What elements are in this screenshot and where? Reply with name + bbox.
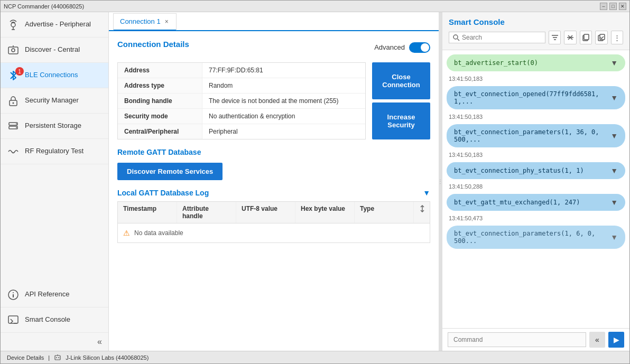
no-data-label: No data available <box>134 229 183 237</box>
content-scroll: Connection Details Advanced Address 77:F… <box>109 31 439 351</box>
console-entry-5[interactable]: bt_evt_gatt_mtu_exchanged(1, 247) ▼ <box>447 194 625 211</box>
filter-button[interactable] <box>549 31 561 44</box>
local-gatt-collapse-icon[interactable]: ▼ <box>423 189 430 197</box>
collapse-button[interactable]: « <box>1 333 108 351</box>
close-button[interactable]: ✕ <box>619 3 626 10</box>
console-search-box[interactable] <box>449 32 545 43</box>
sidebar: Advertise - Peripheral Discover - Centra… <box>1 12 109 351</box>
sidebar-item-api-reference[interactable]: API Reference <box>1 282 108 307</box>
sidebar-item-smart-console[interactable]: Smart Console <box>1 307 108 333</box>
close-connection-button[interactable]: CloseConnection <box>372 62 430 99</box>
advanced-label: Advanced <box>374 43 405 51</box>
field-val-bonding-handle: The device is not bonded at the moment (… <box>202 94 365 108</box>
console-command-bar: « ▶ <box>442 328 629 351</box>
console-entries: bt_advertiser_start(0) ▼ 13:41:50,183 bt… <box>442 50 629 328</box>
entry-text-3: bt_evt_connection_parameters(1, 36, 0, 5… <box>454 128 607 143</box>
gatt-no-data-row: ⚠ No data available <box>118 223 430 242</box>
entry-expand-1[interactable]: ▼ <box>610 59 618 67</box>
search-input[interactable] <box>462 34 541 41</box>
entry-expand-6[interactable]: ▼ <box>610 233 618 241</box>
back-command-button[interactable]: « <box>589 332 605 348</box>
gatt-table-header: Timestamp Attribute handle UTF-8 value H… <box>118 202 430 223</box>
entry-expand-4[interactable]: ▼ <box>610 166 618 175</box>
discover-icon <box>7 44 20 57</box>
col-scroll[interactable] <box>414 202 430 223</box>
radio-tower-icon <box>7 18 20 31</box>
col-utf8-value: UTF-8 value <box>236 202 295 223</box>
svg-rect-27 <box>584 34 589 40</box>
entry-text-5: bt_evt_gatt_mtu_exchanged(1, 247) <box>454 199 607 206</box>
local-gatt-header[interactable]: Local GATT Database Log ▼ <box>117 189 430 197</box>
console-entry-1[interactable]: bt_advertiser_start(0) ▼ <box>447 54 625 71</box>
title-bar: NCP Commander (440068025) – □ ✕ <box>1 1 629 12</box>
copy-selected-button[interactable] <box>595 31 607 44</box>
entry-text-6: bt_evt_connection_parameters(1, 6, 0, 50… <box>454 230 607 245</box>
entry-expand-3[interactable]: ▼ <box>610 132 618 140</box>
advanced-toggle[interactable]: Advanced <box>374 42 430 53</box>
more-options-button[interactable]: ⋮ <box>611 31 623 44</box>
app-window: NCP Commander (440068025) – □ ✕ Ad <box>0 0 630 364</box>
timestamp-4: 13:41:50,288 <box>447 182 625 191</box>
console-toolbar: ⋮ <box>449 31 623 44</box>
entry-expand-2[interactable]: ▼ <box>610 94 618 102</box>
connection-tab[interactable]: Connection 1 × <box>113 13 177 31</box>
send-command-button[interactable]: ▶ <box>608 332 624 348</box>
copy-all-button[interactable] <box>580 31 592 44</box>
field-val-security-mode: No authentication & encryption <box>202 109 365 124</box>
connection-body: Address 77:FF:9F:DD:65:81 Address type R… <box>117 62 430 139</box>
col-type: Type <box>355 202 414 223</box>
timestamp-2: 13:41:50,183 <box>447 113 625 121</box>
col-hex-byte-value: Hex byte value <box>295 202 355 223</box>
console-entry-6[interactable]: bt_evt_connection_parameters(1, 6, 0, 50… <box>447 226 625 249</box>
minimize-button[interactable]: – <box>600 3 607 10</box>
connection-table: Address 77:FF:9F:DD:65:81 Address type R… <box>117 62 366 139</box>
advanced-toggle-switch[interactable] <box>409 42 430 53</box>
content-area: Connection 1 × Connection Details Advanc… <box>109 12 439 351</box>
increase-security-button[interactable]: IncreaseSecurity <box>372 102 430 139</box>
svg-rect-15 <box>8 316 18 323</box>
lock-icon <box>7 95 20 107</box>
sidebar-item-ble-connections[interactable]: 1 BLE Connections <box>1 63 108 88</box>
console-entry-3[interactable]: bt_evt_connection_parameters(1, 36, 0, 5… <box>447 124 625 147</box>
sidebar-label-security-manager: Security Manager <box>25 96 79 105</box>
svg-line-19 <box>458 39 460 41</box>
sidebar-item-advertise-peripheral[interactable]: Advertise - Peripheral <box>1 12 108 38</box>
svg-rect-30 <box>55 356 60 360</box>
field-key-bonding-handle: Bonding handle <box>118 94 202 108</box>
tab-close-button[interactable]: × <box>164 17 170 26</box>
connection-details-title: Connection Details <box>117 40 189 49</box>
remote-gatt-section: Remote GATT Database Discover Remote Ser… <box>117 148 430 189</box>
device-details-label: Device Details <box>7 354 44 361</box>
command-input[interactable] <box>448 332 586 347</box>
console-entry-4[interactable]: bt_evt_connection_phy_status(1, 1) ▼ <box>447 162 625 179</box>
local-gatt-title: Local GATT Database Log <box>117 189 209 197</box>
discover-remote-services-button[interactable]: Discover Remote Services <box>117 163 223 180</box>
field-key-central-peripheral: Central/Peripheral <box>118 124 202 139</box>
sidebar-item-discover-central[interactable]: Discover - Central <box>1 38 108 63</box>
entry-text-4: bt_evt_connection_phy_status(1, 1) <box>454 167 607 174</box>
table-row: Address type Random <box>118 78 365 94</box>
entry-text-2: bt_evt_connection_opened(77ff9fdd6581, 1… <box>454 90 607 105</box>
sidebar-label-persistent-storage: Persistent Storage <box>25 122 81 130</box>
tab-bar: Connection 1 × <box>109 12 439 31</box>
sidebar-label-api-reference: API Reference <box>25 290 70 299</box>
field-val-address-type: Random <box>202 78 365 93</box>
sidebar-item-rf-regulatory-test[interactable]: RF Regulatory Test <box>1 139 108 164</box>
window-title: NCP Commander (440068025) <box>4 3 84 10</box>
sidebar-item-security-manager[interactable]: Security Manager <box>1 88 108 114</box>
ble-connections-badge: 1 <box>15 67 24 76</box>
remote-gatt-title: Remote GATT Database <box>117 148 430 156</box>
field-val-central-peripheral: Peripheral <box>202 124 365 139</box>
restore-button[interactable]: □ <box>609 3 617 10</box>
table-row: Bonding handle The device is not bonded … <box>118 94 365 109</box>
sidebar-label-advertise-peripheral: Advertise - Peripheral <box>25 20 91 29</box>
entry-expand-5[interactable]: ▼ <box>610 198 618 207</box>
timestamp-5: 13:41:50,473 <box>447 214 625 222</box>
svg-point-4 <box>12 49 15 52</box>
clear-button[interactable] <box>564 31 576 44</box>
console-entry-2[interactable]: bt_evt_connection_opened(77ff9fdd6581, 1… <box>447 86 625 109</box>
info-icon <box>7 288 20 301</box>
console-header: Smart Console <box>442 12 629 50</box>
svg-rect-3 <box>8 47 18 54</box>
sidebar-item-persistent-storage[interactable]: Persistent Storage <box>1 114 108 139</box>
